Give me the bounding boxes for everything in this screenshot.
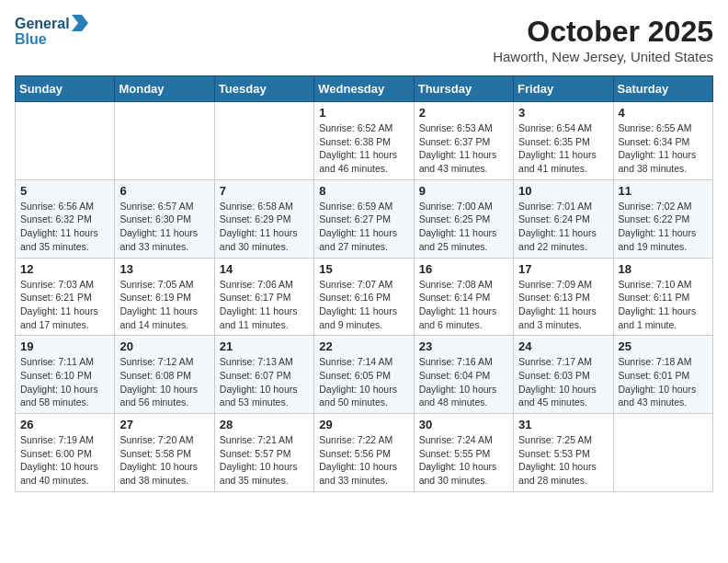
page-subtitle: Haworth, New Jersey, United States [493, 49, 713, 64]
day-number: 19 [20, 339, 109, 353]
day-detail: Sunrise: 6:52 AM Sunset: 6:38 PM Dayligh… [319, 121, 408, 176]
logo-icon [72, 15, 88, 31]
day-header-monday: Monday [115, 76, 214, 102]
day-number: 31 [518, 418, 608, 431]
day-detail: Sunrise: 7:20 AM Sunset: 5:58 PM Dayligh… [119, 433, 209, 488]
day-number: 3 [518, 106, 608, 120]
calendar-cell: 21Sunrise: 7:13 AM Sunset: 6:07 PM Dayli… [214, 336, 313, 414]
day-detail: Sunrise: 7:09 AM Sunset: 6:13 PM Dayligh… [518, 278, 608, 332]
calendar-cell: 18Sunrise: 7:10 AM Sunset: 6:11 PM Dayli… [613, 258, 712, 336]
calendar-cell: 25Sunrise: 7:18 AM Sunset: 6:01 PM Dayli… [613, 336, 712, 414]
calendar-cell: 5Sunrise: 6:56 AM Sunset: 6:32 PM Daylig… [16, 179, 115, 258]
calendar-cell: 14Sunrise: 7:06 AM Sunset: 6:17 PM Dayli… [214, 258, 313, 336]
calendar-cell [16, 102, 115, 180]
calendar-cell: 19Sunrise: 7:11 AM Sunset: 6:10 PM Dayli… [16, 336, 115, 414]
day-detail: Sunrise: 6:59 AM Sunset: 6:27 PM Dayligh… [319, 200, 408, 254]
day-number: 17 [518, 262, 608, 276]
day-number: 18 [619, 262, 708, 276]
calendar-cell: 7Sunrise: 6:58 AM Sunset: 6:29 PM Daylig… [214, 179, 313, 258]
day-number: 8 [319, 184, 408, 198]
day-detail: Sunrise: 7:14 AM Sunset: 6:05 PM Dayligh… [319, 355, 408, 409]
calendar-week-2: 5Sunrise: 6:56 AM Sunset: 6:32 PM Daylig… [16, 179, 713, 258]
day-number: 23 [419, 339, 508, 353]
day-number: 20 [119, 339, 209, 353]
calendar-cell: 20Sunrise: 7:12 AM Sunset: 6:08 PM Dayli… [115, 336, 214, 414]
calendar-week-1: 1Sunrise: 6:52 AM Sunset: 6:38 PM Daylig… [16, 102, 713, 180]
day-number: 4 [619, 106, 708, 120]
calendar-cell: 26Sunrise: 7:19 AM Sunset: 6:00 PM Dayli… [16, 414, 115, 492]
calendar-cell: 10Sunrise: 7:01 AM Sunset: 6:24 PM Dayli… [514, 179, 613, 258]
calendar-cell: 29Sunrise: 7:22 AM Sunset: 5:56 PM Dayli… [314, 414, 414, 492]
day-detail: Sunrise: 7:17 AM Sunset: 6:03 PM Dayligh… [518, 355, 608, 409]
calendar-cell: 9Sunrise: 7:00 AM Sunset: 6:25 PM Daylig… [414, 179, 513, 258]
calendar-cell: 15Sunrise: 7:07 AM Sunset: 6:16 PM Dayli… [314, 258, 414, 336]
day-detail: Sunrise: 7:21 AM Sunset: 5:57 PM Dayligh… [220, 433, 309, 488]
calendar-cell: 3Sunrise: 6:54 AM Sunset: 6:35 PM Daylig… [514, 102, 613, 180]
day-number: 11 [619, 184, 708, 198]
calendar-cell [613, 414, 712, 492]
day-detail: Sunrise: 7:16 AM Sunset: 6:04 PM Dayligh… [419, 355, 508, 409]
day-number: 28 [220, 418, 309, 431]
day-detail: Sunrise: 6:55 AM Sunset: 6:34 PM Dayligh… [619, 121, 708, 176]
calendar-cell: 23Sunrise: 7:16 AM Sunset: 6:04 PM Dayli… [414, 336, 513, 414]
day-detail: Sunrise: 7:02 AM Sunset: 6:22 PM Dayligh… [619, 200, 708, 254]
calendar-cell: 22Sunrise: 7:14 AM Sunset: 6:05 PM Dayli… [314, 336, 414, 414]
logo: General Blue [15, 15, 88, 48]
day-header-saturday: Saturday [613, 76, 712, 102]
day-number: 12 [20, 262, 109, 276]
calendar-cell: 4Sunrise: 6:55 AM Sunset: 6:34 PM Daylig… [613, 102, 712, 180]
calendar-week-4: 19Sunrise: 7:11 AM Sunset: 6:10 PM Dayli… [16, 336, 713, 414]
day-number: 16 [419, 262, 508, 276]
day-number: 27 [119, 418, 209, 431]
day-detail: Sunrise: 7:08 AM Sunset: 6:14 PM Dayligh… [419, 278, 508, 332]
day-detail: Sunrise: 7:12 AM Sunset: 6:08 PM Dayligh… [119, 355, 209, 409]
calendar-cell: 12Sunrise: 7:03 AM Sunset: 6:21 PM Dayli… [16, 258, 115, 336]
day-header-wednesday: Wednesday [314, 76, 414, 102]
day-detail: Sunrise: 7:06 AM Sunset: 6:17 PM Dayligh… [220, 278, 309, 332]
calendar-cell: 13Sunrise: 7:05 AM Sunset: 6:19 PM Dayli… [115, 258, 214, 336]
day-detail: Sunrise: 6:54 AM Sunset: 6:35 PM Dayligh… [518, 121, 608, 176]
day-number: 5 [20, 184, 109, 198]
day-number: 30 [419, 418, 508, 431]
day-number: 25 [619, 339, 708, 353]
day-number: 14 [220, 262, 309, 276]
day-detail: Sunrise: 7:01 AM Sunset: 6:24 PM Dayligh… [518, 200, 608, 254]
calendar-cell: 6Sunrise: 6:57 AM Sunset: 6:30 PM Daylig… [115, 179, 214, 258]
logo-blue: Blue [15, 30, 88, 48]
day-detail: Sunrise: 6:53 AM Sunset: 6:37 PM Dayligh… [419, 121, 508, 176]
day-number: 21 [220, 339, 309, 353]
day-detail: Sunrise: 7:07 AM Sunset: 6:16 PM Dayligh… [319, 278, 408, 332]
day-detail: Sunrise: 7:24 AM Sunset: 5:55 PM Dayligh… [419, 433, 508, 488]
calendar-cell: 27Sunrise: 7:20 AM Sunset: 5:58 PM Dayli… [115, 414, 214, 492]
day-detail: Sunrise: 7:11 AM Sunset: 6:10 PM Dayligh… [20, 355, 109, 409]
calendar-week-5: 26Sunrise: 7:19 AM Sunset: 6:00 PM Dayli… [16, 414, 713, 492]
svg-marker-0 [72, 15, 88, 31]
calendar-cell: 24Sunrise: 7:17 AM Sunset: 6:03 PM Dayli… [514, 336, 613, 414]
calendar-header-row: SundayMondayTuesdayWednesdayThursdayFrid… [16, 76, 713, 102]
day-detail: Sunrise: 7:03 AM Sunset: 6:21 PM Dayligh… [20, 278, 109, 332]
calendar-week-3: 12Sunrise: 7:03 AM Sunset: 6:21 PM Dayli… [16, 258, 713, 336]
day-number: 26 [20, 418, 109, 431]
day-header-thursday: Thursday [414, 76, 513, 102]
calendar-cell: 2Sunrise: 6:53 AM Sunset: 6:37 PM Daylig… [414, 102, 513, 180]
calendar-cell: 17Sunrise: 7:09 AM Sunset: 6:13 PM Dayli… [514, 258, 613, 336]
calendar-table: SundayMondayTuesdayWednesdayThursdayFrid… [15, 75, 713, 492]
page-title: October 2025 [493, 15, 713, 49]
calendar-cell: 16Sunrise: 7:08 AM Sunset: 6:14 PM Dayli… [414, 258, 513, 336]
day-detail: Sunrise: 7:13 AM Sunset: 6:07 PM Dayligh… [220, 355, 309, 409]
day-number: 13 [119, 262, 209, 276]
day-detail: Sunrise: 6:57 AM Sunset: 6:30 PM Dayligh… [119, 200, 209, 254]
calendar-cell [115, 102, 214, 180]
day-number: 9 [419, 184, 508, 198]
day-header-sunday: Sunday [16, 76, 115, 102]
day-number: 22 [319, 339, 408, 353]
day-number: 6 [119, 184, 209, 198]
day-header-friday: Friday [514, 76, 613, 102]
day-detail: Sunrise: 7:19 AM Sunset: 6:00 PM Dayligh… [20, 433, 109, 488]
day-detail: Sunrise: 7:22 AM Sunset: 5:56 PM Dayligh… [319, 433, 408, 488]
calendar-cell [214, 102, 313, 180]
calendar-cell: 30Sunrise: 7:24 AM Sunset: 5:55 PM Dayli… [414, 414, 513, 492]
day-header-tuesday: Tuesday [214, 76, 313, 102]
day-detail: Sunrise: 7:25 AM Sunset: 5:53 PM Dayligh… [518, 433, 608, 488]
calendar-cell: 11Sunrise: 7:02 AM Sunset: 6:22 PM Dayli… [613, 179, 712, 258]
